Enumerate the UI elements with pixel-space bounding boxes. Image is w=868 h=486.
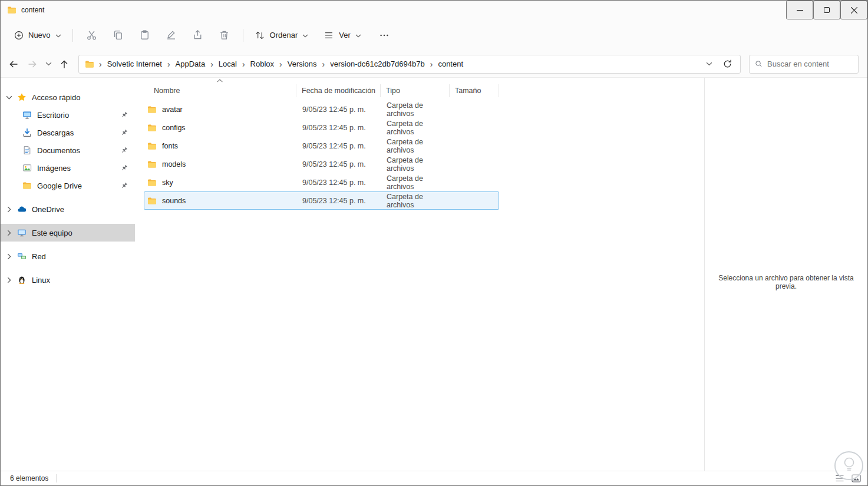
sort-button[interactable]: Ordenar (249, 25, 315, 45)
sidebar-item-label: Imágenes (37, 164, 71, 173)
column-header-tipo[interactable]: Tipo (381, 84, 450, 97)
sidebar-item-label: Escritorio (37, 111, 69, 120)
ellipsis-icon (379, 30, 390, 41)
file-modified: 9/05/23 12:45 p. m. (297, 178, 381, 187)
recent-locations-button[interactable] (42, 55, 55, 74)
new-button[interactable]: Nuevo (8, 26, 67, 45)
column-header-label: Tamaño (455, 87, 481, 95)
chevron-right-icon[interactable] (1, 277, 17, 283)
sidebar-item-documentos[interactable]: Documentos (1, 141, 135, 159)
sidebar-item-label: Red (32, 252, 46, 261)
sidebar-item-escritorio[interactable]: Escritorio (1, 106, 135, 124)
file-row-fonts[interactable]: fonts9/05/23 12:45 p. m.Carpeta de archi… (144, 137, 499, 155)
minimize-button[interactable] (786, 1, 813, 19)
file-modified: 9/05/23 12:45 p. m. (297, 124, 381, 132)
breadcrumb-separator: › (322, 59, 325, 69)
window-title: content (21, 6, 44, 14)
rename-icon (166, 29, 177, 41)
pictures-icon (22, 163, 32, 173)
chevron-right-icon[interactable] (1, 206, 17, 213)
pin-icon (120, 164, 128, 172)
folder-icon (147, 123, 157, 133)
breadcrumb-item-roblox[interactable]: Roblox (250, 58, 275, 70)
chevron-right-icon[interactable] (1, 253, 17, 260)
sidebar-item-linux[interactable]: Linux (1, 271, 135, 289)
chevron-down-icon (355, 31, 361, 39)
rename-button[interactable] (158, 25, 184, 45)
breadcrumb-item-version-dc61c2db7d694b7b[interactable]: version-dc61c2db7d694b7b (329, 58, 425, 70)
chevron-right-icon[interactable] (1, 230, 17, 236)
pin-icon (120, 147, 128, 154)
sidebar-item-imagenes[interactable]: Imágenes (1, 159, 135, 177)
more-options-button[interactable] (373, 25, 395, 45)
file-row-sky[interactable]: sky9/05/23 12:45 p. m.Carpeta de archivo… (144, 173, 499, 191)
file-row-avatar[interactable]: avatar9/05/23 12:45 p. m.Carpeta de arch… (144, 100, 499, 118)
file-name: avatar (162, 105, 183, 114)
paste-button[interactable] (131, 25, 158, 45)
thumbnails-view-button[interactable] (850, 473, 863, 484)
delete-icon (219, 29, 230, 41)
breadcrumb-separator: › (242, 59, 245, 69)
breadcrumb-item-content[interactable]: content (437, 58, 464, 70)
file-row-configs[interactable]: configs9/05/23 12:45 p. m.Carpeta de arc… (144, 118, 499, 137)
file-row-sounds[interactable]: sounds9/05/23 12:45 p. m.Carpeta de arch… (144, 191, 499, 210)
details-view-button[interactable] (833, 473, 846, 484)
explorer-window: content Nuevo Ordenar Ver (0, 0, 868, 486)
sidebar-item-acceso-rapido[interactable]: Acceso rápido (1, 88, 135, 106)
linux-icon (17, 275, 27, 285)
forward-button[interactable] (23, 55, 42, 74)
file-row-models[interactable]: models9/05/23 12:45 p. m.Carpeta de arch… (144, 155, 499, 173)
copy-button[interactable] (105, 25, 131, 45)
file-list-pane: NombreFecha de modificaciónTipoTamaño av… (135, 78, 704, 471)
sidebar-item-onedrive[interactable]: OneDrive (1, 200, 135, 218)
file-modified: 9/05/23 12:45 p. m. (297, 142, 381, 150)
pin-icon (120, 129, 128, 137)
file-type: Carpeta de archivos (381, 120, 450, 136)
column-header-tamano[interactable]: Tamaño (450, 84, 499, 97)
file-name: configs (162, 124, 186, 132)
refresh-button[interactable] (718, 55, 737, 74)
sidebar-item-label: Documentos (37, 146, 80, 155)
address-dropdown-button[interactable] (702, 55, 715, 74)
close-button[interactable] (840, 1, 867, 19)
breadcrumb-item-local[interactable]: Local (218, 58, 237, 70)
sidebar-item-label: OneDrive (32, 205, 64, 214)
folder-icon (147, 196, 157, 206)
pin-icon (120, 111, 128, 119)
share-button[interactable] (184, 25, 211, 45)
file-rows: avatar9/05/23 12:45 p. m.Carpeta de arch… (144, 100, 499, 210)
sidebar-item-descargas[interactable]: Descargas (1, 124, 135, 141)
breadcrumb-separator: › (210, 59, 213, 69)
back-button[interactable] (4, 55, 23, 74)
cut-icon (86, 29, 97, 41)
breadcrumb-separator: › (279, 59, 282, 69)
statusbar-separator (56, 474, 57, 482)
breadcrumb[interactable]: ›Solvetic Internet›AppData›Local›Roblox›… (78, 55, 741, 74)
sidebar-item-google-drive[interactable]: Google Drive (1, 177, 135, 194)
view-button[interactable]: Ver (318, 25, 367, 45)
maximize-button[interactable] (813, 1, 840, 19)
file-modified: 9/05/23 12:45 p. m. (297, 197, 381, 205)
cut-button[interactable] (78, 25, 105, 45)
chevron-down-icon[interactable] (1, 95, 17, 100)
breadcrumb-item-solvetic-internet[interactable]: Solvetic Internet (107, 58, 163, 70)
search-input[interactable] (767, 59, 853, 68)
column-header-nombre[interactable]: Nombre (144, 84, 296, 97)
delete-button[interactable] (211, 25, 237, 45)
breadcrumb-item-versions[interactable]: Versions (287, 58, 318, 70)
folder-icon (85, 59, 94, 69)
sidebar-item-red[interactable]: Red (1, 247, 135, 265)
breadcrumb-separator: › (167, 59, 170, 69)
status-bar: 6 elementos (1, 471, 867, 485)
sort-icon (255, 30, 265, 41)
up-button[interactable] (55, 55, 74, 74)
search-icon (755, 59, 763, 68)
main-area: Acceso rápidoEscritorioDescargasDocument… (1, 78, 867, 471)
column-header-fecha-de-modificacion[interactable]: Fecha de modificación (296, 84, 381, 97)
breadcrumb-item-appdata[interactable]: AppData (175, 58, 206, 70)
sidebar-item-este-equipo[interactable]: Este equipo (1, 224, 135, 242)
view-button-label: Ver (339, 31, 351, 39)
document-icon (22, 146, 32, 155)
toolbar-separator (243, 29, 243, 42)
folder-icon (22, 181, 32, 190)
